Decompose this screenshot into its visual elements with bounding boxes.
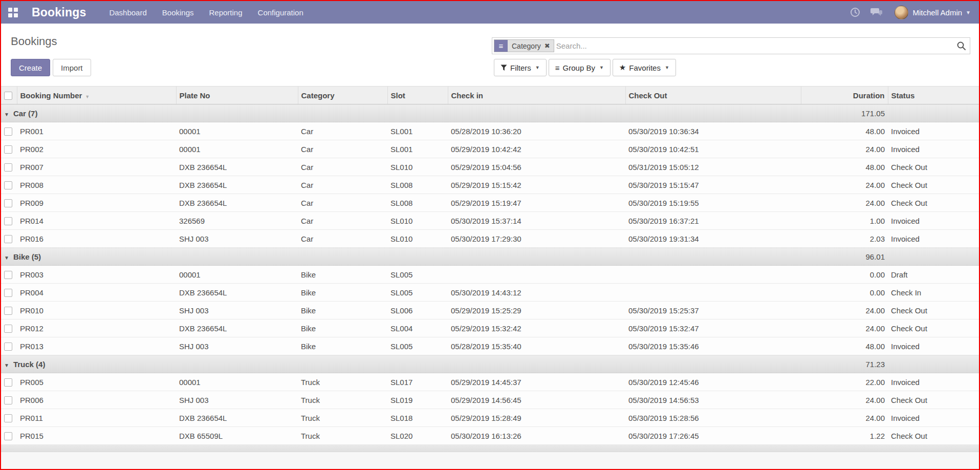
cell-check-in: 05/29/2019 15:32:42 xyxy=(448,319,625,337)
cell-status: Invoiced xyxy=(888,140,979,158)
table-row[interactable]: PR010SHJ 003BikeSL00605/29/2019 15:25:29… xyxy=(1,302,979,319)
group-label-cell[interactable]: ▼Bike (5) xyxy=(1,248,801,266)
cell-duration: 48.00 xyxy=(801,122,888,140)
column-header-status[interactable]: Status xyxy=(888,87,979,104)
cell-check-in: 05/30/2019 15:37:14 xyxy=(448,212,625,230)
group-label: Bike (5) xyxy=(13,252,41,261)
messages-button[interactable] xyxy=(866,7,887,17)
nav-item-dashboard[interactable]: Dashboard xyxy=(101,1,154,24)
user-menu[interactable]: Mitchell Admin xyxy=(912,8,962,17)
search-input[interactable] xyxy=(556,41,952,50)
row-checkbox[interactable] xyxy=(4,163,12,172)
column-header-plate-no[interactable]: Plate No xyxy=(176,87,298,104)
group-row[interactable]: ▼Car (7)171.05 xyxy=(1,104,979,122)
select-all-checkbox[interactable] xyxy=(4,92,12,100)
cell-category: Car xyxy=(298,230,387,248)
group-label-cell[interactable]: ▼Car (7) xyxy=(1,104,801,122)
column-header-category[interactable]: Category xyxy=(298,87,387,104)
row-checkbox[interactable] xyxy=(4,127,12,136)
cell-slot: SL001 xyxy=(387,140,448,158)
row-checkbox[interactable] xyxy=(4,217,12,225)
cell-status: Invoiced xyxy=(888,212,979,230)
cell-plate-no: DXB 236654L xyxy=(176,176,298,194)
row-checkbox[interactable] xyxy=(4,378,12,387)
bookings-table: Booking Number▼Plate NoCategorySlotCheck… xyxy=(1,86,979,445)
favorites-button[interactable]: ★ Favorites ▼ xyxy=(613,59,676,76)
activities-button[interactable] xyxy=(844,7,866,17)
cell-status: Invoiced xyxy=(888,409,979,427)
row-checkbox[interactable] xyxy=(4,325,12,333)
cell-slot: SL001 xyxy=(387,122,448,140)
cell-check-out: 05/30/2019 14:56:53 xyxy=(625,391,801,409)
cell-plate-no: 326569 xyxy=(176,212,298,230)
cell-category: Bike xyxy=(298,266,387,284)
nav-menu: DashboardBookingsReportingConfiguration xyxy=(101,1,311,24)
table-row[interactable]: PR012DXB 236654LBikeSL00405/29/2019 15:3… xyxy=(1,319,979,337)
cell-booking-number: PR006 xyxy=(17,391,176,409)
row-checkbox[interactable] xyxy=(4,271,12,279)
cell-check-in: 05/29/2019 15:19:47 xyxy=(448,194,625,212)
table-row[interactable]: PR00100001CarSL00105/28/2019 10:36:2005/… xyxy=(1,122,979,140)
apps-menu-button[interactable] xyxy=(1,8,25,17)
table-row[interactable]: PR016SHJ 003CarSL01005/30/2019 17:29:300… xyxy=(1,230,979,248)
table-row[interactable]: PR015DXB 65509LTruckSL02005/30/2019 16:1… xyxy=(1,427,979,445)
group-by-button[interactable]: ≡ Group By ▼ xyxy=(549,59,611,76)
search-options: Filters ▼ ≡ Group By ▼ ★ Favorites ▼ xyxy=(494,59,676,76)
row-checkbox[interactable] xyxy=(4,181,12,189)
table-row[interactable]: PR004DXB 236654LBikeSL00505/30/2019 14:4… xyxy=(1,284,979,302)
row-select-cell xyxy=(1,409,17,427)
close-icon[interactable]: ✖ xyxy=(544,40,554,52)
row-checkbox[interactable] xyxy=(4,289,12,297)
table-row[interactable]: PR006SHJ 003TruckSL01905/29/2019 14:56:4… xyxy=(1,391,979,409)
search-bar[interactable]: ≡ Category ✖ xyxy=(492,37,970,54)
group-label-cell[interactable]: ▼Truck (4) xyxy=(1,355,801,373)
cell-check-in xyxy=(448,266,625,284)
row-checkbox[interactable] xyxy=(4,199,12,207)
column-label: Category xyxy=(301,91,335,100)
caret-down-icon: ▼ xyxy=(966,10,971,15)
cell-plate-no: SHJ 003 xyxy=(176,230,298,248)
cell-check-in: 05/29/2019 14:45:37 xyxy=(448,373,625,391)
nav-item-bookings[interactable]: Bookings xyxy=(155,1,202,24)
column-header-booking-number[interactable]: Booking Number▼ xyxy=(17,87,176,104)
column-header-duration[interactable]: Duration xyxy=(801,87,888,104)
row-checkbox[interactable] xyxy=(4,145,12,154)
import-button[interactable]: Import xyxy=(53,59,91,76)
row-checkbox[interactable] xyxy=(4,235,12,243)
group-row[interactable]: ▼Truck (4)71.23 xyxy=(1,355,979,373)
row-checkbox[interactable] xyxy=(4,396,12,404)
table-row[interactable]: PR007DXB 236654LCarSL01005/29/2019 15:04… xyxy=(1,158,979,176)
table-row[interactable]: PR008DXB 236654LCarSL00805/29/2019 15:15… xyxy=(1,176,979,194)
table-row[interactable]: PR00500001TruckSL01705/29/2019 14:45:370… xyxy=(1,373,979,391)
cell-category: Car xyxy=(298,140,387,158)
table-row[interactable]: PR011DXB 236654LTruckSL01805/29/2019 15:… xyxy=(1,409,979,427)
action-buttons: Create Import xyxy=(11,59,91,76)
nav-item-reporting[interactable]: Reporting xyxy=(202,1,250,24)
row-checkbox[interactable] xyxy=(4,307,12,315)
row-checkbox[interactable] xyxy=(4,414,12,422)
facet-label: Category xyxy=(508,40,544,52)
group-row[interactable]: ▼Bike (5)96.01 xyxy=(1,248,979,266)
chat-icon xyxy=(870,7,883,17)
filters-button[interactable]: Filters ▼ xyxy=(494,59,547,76)
column-header-check-out[interactable]: Check Out xyxy=(625,87,801,104)
table-row[interactable]: PR009DXB 236654LCarSL00805/29/2019 15:19… xyxy=(1,194,979,212)
table-row[interactable]: PR00200001CarSL00105/29/2019 10:42:4205/… xyxy=(1,140,979,158)
cell-category: Truck xyxy=(298,373,387,391)
row-checkbox[interactable] xyxy=(4,432,12,440)
search-button[interactable] xyxy=(952,41,970,51)
column-header-check-in[interactable]: Check in xyxy=(448,87,625,104)
row-checkbox[interactable] xyxy=(4,343,12,351)
create-button[interactable]: Create xyxy=(11,59,50,76)
avatar[interactable] xyxy=(895,6,908,19)
column-header-slot[interactable]: Slot xyxy=(387,87,448,104)
cell-plate-no: SHJ 003 xyxy=(176,302,298,319)
nav-item-configuration[interactable]: Configuration xyxy=(250,1,311,24)
bookings-list: Booking Number▼Plate NoCategorySlotCheck… xyxy=(1,86,979,452)
row-select-cell xyxy=(1,194,17,212)
cell-duration: 1.00 xyxy=(801,212,888,230)
cell-duration: 2.03 xyxy=(801,230,888,248)
table-row[interactable]: PR00300001BikeSL0050.00Draft xyxy=(1,266,979,284)
table-row[interactable]: PR013SHJ 003BikeSL00505/28/2019 15:35:40… xyxy=(1,337,979,355)
table-row[interactable]: PR014326569CarSL01005/30/2019 15:37:1405… xyxy=(1,212,979,230)
